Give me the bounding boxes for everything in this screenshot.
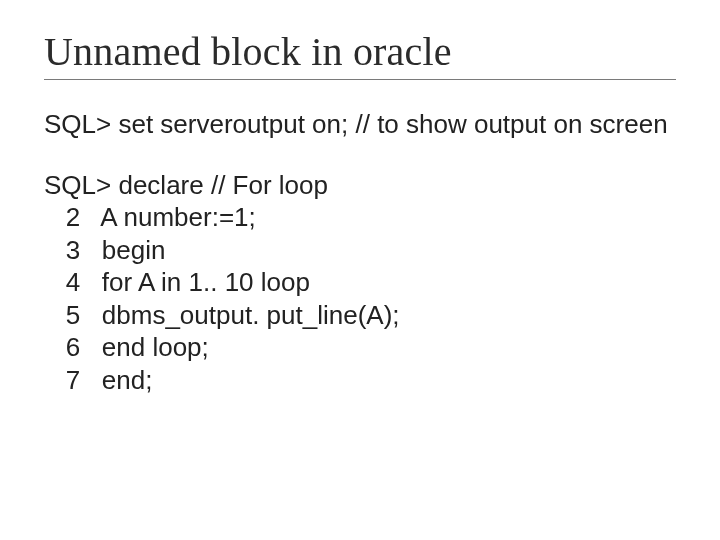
code-line-4: 4 for A in 1.. 10 loop <box>44 266 676 299</box>
slide: Unnamed block in oracle SQL> set servero… <box>0 0 720 540</box>
title-underline <box>44 79 676 80</box>
code-line-2: 2 A number:=1; <box>44 201 676 234</box>
declare-block: SQL> declare // For loop 2 A number:=1; … <box>44 169 676 397</box>
code-line-5: 5 dbms_output. put_line(A); <box>44 299 676 332</box>
code-line-7: 7 end; <box>44 364 676 397</box>
declare-head: SQL> declare // For loop <box>44 169 676 202</box>
code-line-6: 6 end loop; <box>44 331 676 364</box>
serveroutput-text: SQL> set serveroutput on; // to show out… <box>44 109 668 139</box>
code-line-3: 3 begin <box>44 234 676 267</box>
slide-title: Unnamed block in oracle <box>44 28 676 75</box>
slide-body: SQL> set serveroutput on; // to show out… <box>44 108 676 396</box>
serveroutput-paragraph: SQL> set serveroutput on; // to show out… <box>44 108 676 141</box>
